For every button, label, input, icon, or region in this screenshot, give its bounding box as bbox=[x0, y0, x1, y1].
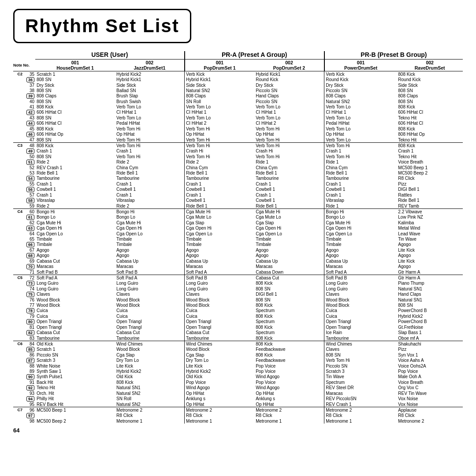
drum-name: Cga Open Hi bbox=[324, 225, 397, 231]
note-number: 93 bbox=[23, 390, 35, 396]
drum-name: Wood Block bbox=[185, 302, 255, 308]
drum-name: Verb Tom Lo bbox=[324, 137, 397, 143]
drum-name: 808 Kick bbox=[254, 335, 324, 341]
drum-name: Shakuhachi bbox=[397, 341, 463, 347]
drum-name: Metronome 2 bbox=[397, 418, 463, 424]
note-number: 41 bbox=[23, 104, 35, 109]
drum-name: Cuica bbox=[324, 308, 397, 313]
drum-name: Pop Voice bbox=[397, 368, 463, 374]
c-marker bbox=[13, 308, 23, 313]
drum-name: Long Guiro bbox=[324, 286, 397, 291]
drum-name: Tekno Hit bbox=[397, 115, 463, 120]
drum-name: Crash Hi bbox=[254, 148, 324, 154]
c-marker bbox=[13, 99, 23, 104]
c-marker bbox=[13, 319, 23, 324]
c-marker bbox=[13, 220, 23, 225]
table-row: 97R8 ClickR8 ClickR8 ClickR8 ClickR8 Cli… bbox=[13, 413, 463, 418]
drum-name: Ride 2 bbox=[35, 203, 115, 209]
c-marker bbox=[13, 148, 23, 154]
drum-name: Long Guiro bbox=[115, 286, 184, 291]
drum-name: Gtr Harm A bbox=[397, 269, 463, 275]
drum-name: Dry Stick bbox=[324, 82, 397, 88]
note-number: 51 bbox=[23, 159, 35, 165]
note-number: 68 bbox=[23, 253, 35, 258]
drum-name: Crash 1 bbox=[254, 181, 324, 186]
drum-name: Timbale bbox=[35, 242, 115, 247]
drum-name: Bongo Hi bbox=[324, 209, 397, 215]
drum-name: Soft Pad A bbox=[35, 275, 115, 281]
col-001-prb: 001PowerDrumSet bbox=[324, 60, 397, 71]
drum-name: Crash 1 bbox=[35, 181, 115, 186]
c-marker: C2 bbox=[13, 71, 23, 77]
note-number: 37 bbox=[23, 82, 35, 88]
drum-name: Cga Open Hi bbox=[185, 225, 255, 231]
drum-name: 808 HiHat Op bbox=[397, 131, 463, 137]
drum-name: Agogo bbox=[324, 247, 397, 253]
drum-name: Agogo bbox=[324, 253, 397, 258]
drum-name: Tambourine bbox=[115, 175, 184, 181]
c-marker bbox=[13, 286, 23, 291]
note-number: 87 bbox=[23, 357, 35, 363]
drum-name: Ride Bell 1 bbox=[185, 203, 255, 209]
drum-name: 808 Kick bbox=[254, 302, 324, 308]
drum-name: Cga Slap bbox=[185, 352, 255, 357]
drum-name: Brush Slap bbox=[115, 93, 184, 99]
note-number: 81 bbox=[23, 324, 35, 330]
drum-name: Op HiHat bbox=[254, 402, 324, 407]
drum-name: CI HiHat 1 bbox=[324, 109, 397, 115]
drum-name: Metal Wind bbox=[397, 225, 463, 231]
c-marker bbox=[13, 137, 23, 143]
drum-name: Applause bbox=[397, 407, 463, 413]
drum-name: Cowbell 1 bbox=[115, 186, 184, 192]
drum-name: Cabasa Cut bbox=[35, 258, 115, 264]
drum-name: Agogo bbox=[185, 253, 255, 258]
drum-name: Maracas bbox=[35, 264, 115, 269]
drum-name: Tambourine bbox=[324, 175, 397, 181]
drum-name: Agogo bbox=[35, 253, 115, 258]
drum-name: 808 SN bbox=[35, 77, 115, 82]
c-marker bbox=[13, 181, 23, 186]
note-number: 92 bbox=[23, 385, 35, 390]
table-row: 65TimbaleTimbaleTimbaleTimbaleTimbaleTin… bbox=[13, 236, 463, 242]
drum-name: Verb Tom Lo bbox=[254, 104, 324, 109]
note-number: 94 bbox=[23, 396, 35, 402]
table-row: 54TambourineTambourineTambourineTambouri… bbox=[13, 175, 463, 181]
c-marker bbox=[13, 264, 23, 269]
note-number: 79 bbox=[23, 313, 35, 319]
drum-name: Ride Bell 1 bbox=[324, 170, 397, 175]
drum-name: Pop Voice bbox=[254, 363, 324, 368]
table-row: 69Cabasa CutCabasa UpCabasa UpCabasa UpC… bbox=[13, 258, 463, 264]
note-number: 60 bbox=[23, 209, 35, 215]
table-row: C235Scratch 1Hybrid Kick2Verb KickHybrid… bbox=[13, 71, 463, 77]
drum-name: Crash 1 bbox=[115, 181, 184, 186]
drum-name: Soft Pad B bbox=[185, 275, 255, 281]
drum-name: Dry Tom Lo bbox=[185, 357, 255, 363]
table-row: 76Wood BlockWood BlockWood Block808 SNWo… bbox=[13, 297, 463, 302]
note-number: 84 bbox=[23, 341, 35, 347]
drum-name: Long Guiro bbox=[35, 280, 115, 286]
drum-name: Piccolo SN bbox=[35, 352, 115, 357]
drum-name: Round Kick bbox=[397, 77, 463, 82]
drum-name: 808 Kick bbox=[35, 126, 115, 131]
drum-name: Agogo bbox=[185, 247, 255, 253]
table-row: 91Back Hit808 KickPop VoicePop VoiceSpec… bbox=[13, 379, 463, 385]
note-number: 57 bbox=[23, 192, 35, 197]
drum-name: 808 SN bbox=[254, 286, 324, 291]
drum-name: Vox Noise bbox=[397, 396, 463, 402]
drum-name: Pop Voice bbox=[254, 379, 324, 385]
drum-name: Wood Block bbox=[185, 297, 255, 302]
drum-name: Hybrid Kick1 bbox=[115, 77, 184, 82]
drum-name: Verb Tom Hi bbox=[115, 126, 184, 131]
drum-name: Cuica bbox=[115, 313, 184, 319]
drum-name: Natural SN2 bbox=[115, 402, 184, 407]
drum-name: Long Guiro bbox=[185, 286, 255, 291]
note-number: 59 bbox=[23, 203, 35, 209]
table-row: 77Wood BlockWood BlockWood Block808 Kick… bbox=[13, 302, 463, 308]
note-number: 86 bbox=[23, 352, 35, 357]
drum-name: Low Pink NZ bbox=[397, 214, 463, 220]
drum-name: Pizz bbox=[397, 346, 463, 352]
drum-name: Verb Tom Lo bbox=[254, 115, 324, 120]
c-marker bbox=[13, 352, 23, 357]
note-number: 97 bbox=[23, 413, 35, 418]
table-row: 57Crash 1Crash 1Crash 1Crash 1Crash 1Rat… bbox=[13, 192, 463, 197]
